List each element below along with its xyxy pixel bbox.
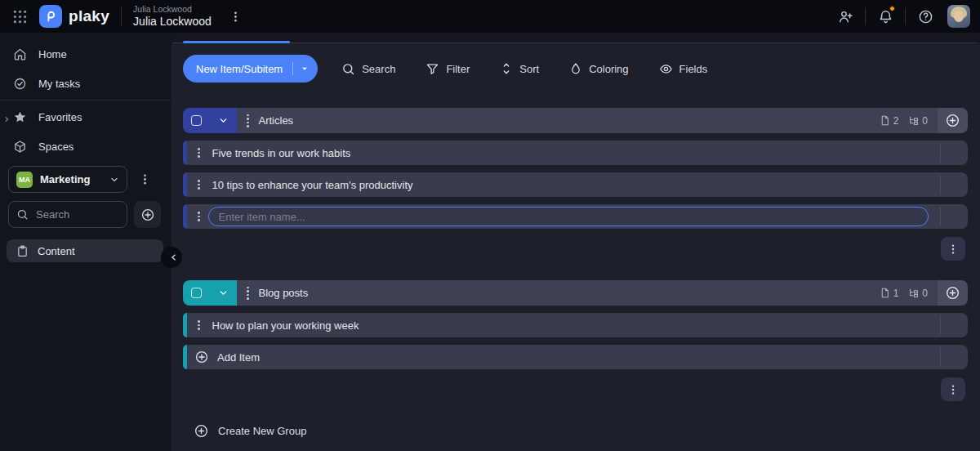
group-title[interactable]: Articles bbox=[259, 114, 294, 127]
add-item-row[interactable]: Add Item bbox=[183, 345, 968, 369]
subitems-count-icon bbox=[908, 115, 919, 126]
sidebar: Home My tasks Favorites Spaces MA bbox=[0, 33, 172, 451]
sidebar-item-spaces[interactable]: Spaces bbox=[0, 132, 172, 161]
toolbar-sort-button[interactable]: Sort bbox=[500, 62, 539, 75]
search-icon bbox=[16, 208, 29, 221]
topbar-divider bbox=[121, 7, 122, 26]
plus-circle-icon bbox=[194, 423, 209, 439]
main-area: New Item/Subitem Search bbox=[172, 33, 980, 451]
row-column-divider bbox=[940, 143, 941, 163]
plaky-logo-icon[interactable] bbox=[39, 5, 62, 28]
group-color-section bbox=[183, 108, 237, 133]
toolbar-fields-button[interactable]: Fields bbox=[659, 62, 708, 76]
item-row[interactable]: How to plan your working week bbox=[183, 313, 968, 337]
notifications-bell-icon[interactable] bbox=[875, 6, 896, 27]
group-items-count: 2 bbox=[880, 115, 899, 127]
item-name[interactable]: Five trends in our work habits bbox=[212, 147, 351, 159]
help-icon[interactable] bbox=[915, 6, 936, 27]
group-drag-handle-icon[interactable] bbox=[247, 287, 249, 300]
caret-down-icon[interactable] bbox=[301, 65, 309, 73]
group-drag-handle-icon[interactable] bbox=[247, 114, 249, 127]
toolbar-coloring-button[interactable]: Coloring bbox=[569, 62, 628, 75]
item-drag-handle-icon[interactable] bbox=[198, 320, 200, 330]
toolbar-action-label: Coloring bbox=[589, 63, 628, 75]
filter-icon bbox=[425, 62, 439, 76]
sidebar-collapse-button[interactable] bbox=[161, 247, 182, 268]
group-color-stripe bbox=[183, 172, 187, 197]
workspace-name: Marketing bbox=[40, 173, 102, 185]
fields-icon bbox=[659, 62, 673, 76]
toolbar-action-label: Filter bbox=[446, 63, 470, 75]
item-name[interactable]: How to plan your working week bbox=[212, 319, 359, 332]
board-table: Articles 2 0 bbox=[183, 108, 968, 439]
toolbar-filter-button[interactable]: Filter bbox=[425, 62, 470, 76]
tab-bar-border bbox=[173, 42, 976, 43]
group-checkbox[interactable] bbox=[191, 288, 202, 298]
group-color-section bbox=[183, 280, 237, 306]
add-column-button[interactable] bbox=[938, 108, 968, 133]
board-options-kebab-icon[interactable] bbox=[229, 11, 242, 23]
group-title[interactable]: Blog posts bbox=[259, 287, 309, 299]
item-row[interactable]: Five trends in our work habits bbox=[183, 141, 968, 165]
sidebar-search-box bbox=[8, 201, 127, 228]
toolbar-action-label: Search bbox=[362, 63, 395, 75]
clipboard-icon bbox=[16, 245, 29, 257]
active-view-tab[interactable] bbox=[183, 41, 290, 43]
add-column-button[interactable] bbox=[938, 280, 968, 306]
group-options-button[interactable] bbox=[941, 237, 965, 261]
board-toolbar: New Item/Subitem Search bbox=[183, 55, 968, 83]
group-header-blog-posts: Blog posts 1 0 bbox=[183, 280, 968, 306]
board-link-label: Content bbox=[38, 245, 75, 257]
row-column-divider bbox=[940, 175, 941, 194]
workspace-options-kebab-icon[interactable] bbox=[139, 173, 151, 185]
workspace-label: Julia Lockwood bbox=[133, 4, 212, 15]
new-item-row bbox=[183, 204, 968, 229]
sidebar-item-home[interactable]: Home bbox=[0, 39, 172, 69]
sidebar-item-label: My tasks bbox=[38, 78, 80, 90]
subitems-count-icon bbox=[908, 288, 919, 298]
sidebar-item-my-tasks[interactable]: My tasks bbox=[0, 69, 172, 98]
add-board-button[interactable] bbox=[134, 201, 161, 228]
apps-grid-icon[interactable] bbox=[10, 7, 29, 26]
item-name[interactable]: 10 tips to enhance your team's productiv… bbox=[212, 179, 413, 191]
workspace-selector[interactable]: MA Marketing bbox=[8, 166, 127, 193]
row-column-divider bbox=[940, 347, 941, 367]
invite-user-icon[interactable] bbox=[835, 6, 856, 27]
group-header-articles: Articles 2 0 bbox=[183, 108, 968, 133]
group-color-stripe bbox=[183, 313, 187, 337]
sidebar-item-content-board[interactable]: Content bbox=[7, 239, 163, 262]
toolbar-search-button[interactable]: Search bbox=[341, 62, 395, 76]
topbar-separator bbox=[865, 7, 866, 25]
brand-name: plaky bbox=[69, 7, 109, 25]
sidebar-divider bbox=[0, 100, 172, 100]
top-bar: plaky Julia Lockwood Julia Lockwood bbox=[0, 0, 980, 33]
item-drag-handle-icon[interactable] bbox=[198, 180, 200, 190]
item-drag-handle-icon[interactable] bbox=[198, 212, 200, 221]
star-icon bbox=[13, 110, 27, 124]
coloring-icon bbox=[569, 62, 582, 75]
sidebar-item-label: Spaces bbox=[38, 141, 74, 153]
search-icon bbox=[341, 62, 355, 76]
item-drag-handle-icon[interactable] bbox=[198, 148, 200, 158]
notification-badge bbox=[889, 6, 895, 11]
plus-circle-icon bbox=[194, 350, 209, 364]
group-options-button[interactable] bbox=[941, 377, 965, 401]
sidebar-search-input[interactable] bbox=[36, 208, 109, 221]
group-subitems-count: 0 bbox=[908, 288, 928, 299]
expand-chevron-icon[interactable] bbox=[3, 113, 10, 125]
group-collapse-chevron-icon[interactable] bbox=[218, 288, 229, 298]
create-new-group-button[interactable]: Create New Group bbox=[194, 423, 306, 439]
group-color-stripe bbox=[183, 345, 187, 369]
new-item-name-input[interactable] bbox=[208, 207, 929, 226]
sort-icon bbox=[500, 62, 513, 75]
user-avatar[interactable] bbox=[947, 5, 970, 28]
sidebar-item-label: Home bbox=[38, 48, 67, 60]
group-collapse-chevron-icon[interactable] bbox=[218, 115, 229, 126]
group-color-stripe bbox=[183, 141, 187, 165]
items-count-icon bbox=[880, 288, 890, 298]
new-item-button[interactable]: New Item/Subitem bbox=[183, 55, 318, 83]
item-row[interactable]: 10 tips to enhance your team's productiv… bbox=[183, 172, 968, 197]
sidebar-item-favorites[interactable]: Favorites bbox=[0, 102, 172, 132]
group-checkbox[interactable] bbox=[191, 115, 202, 126]
board-title: Julia Lockwood bbox=[133, 15, 212, 29]
